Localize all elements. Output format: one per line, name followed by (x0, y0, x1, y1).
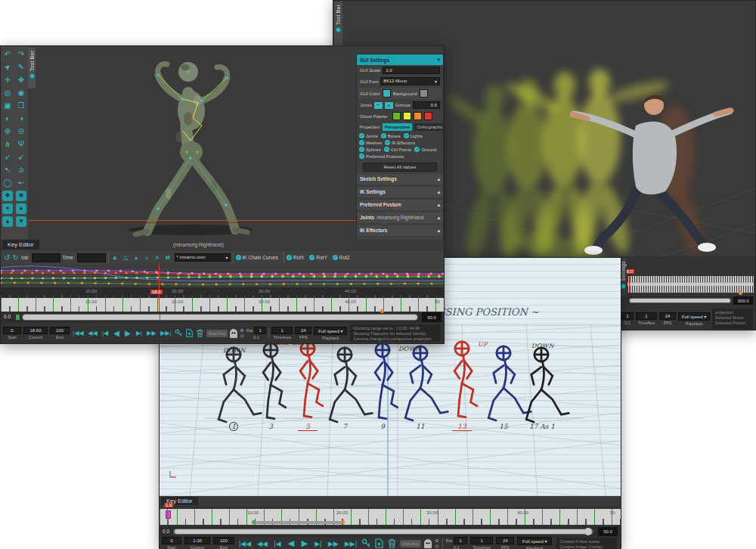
rate-stepper[interactable]: 1 0.1 (621, 312, 634, 325)
fast-forward-button[interactable]: ▶▶ (327, 540, 340, 547)
scrollbar-handle[interactable] (630, 299, 730, 302)
scrollbar-handle[interactable] (175, 529, 586, 534)
toggle-ctrl-points[interactable]: ✓Ctrl Points (384, 147, 412, 152)
fps-field[interactable]: 24FPS (496, 537, 514, 549)
toggle-rotz[interactable]: ✓RotZ (333, 255, 350, 260)
auto-key-button[interactable]: Auto Key (206, 330, 228, 337)
toggle-ik-effectors[interactable]: ✓IK Effectors (385, 140, 415, 145)
pin-target-icon[interactable]: ➸ (15, 177, 27, 189)
toggle-lights[interactable]: ✓Lights (404, 133, 423, 138)
timeline-ruler[interactable] (627, 276, 754, 293)
interpolation-spline-icon[interactable]: ∧ (153, 254, 162, 261)
orbit-icon[interactable]: ◉ (15, 87, 27, 99)
timelines-field[interactable]: 1Timelines (470, 537, 493, 549)
scrollbar-handle[interactable] (23, 315, 417, 320)
range-end-marker[interactable] (739, 291, 742, 295)
section-joints[interactable]: Jointsmixamorig:RightHand▴ (357, 212, 443, 223)
brush-icon[interactable]: ✎ (15, 61, 27, 73)
range-end-marker[interactable] (380, 309, 384, 313)
skip-to-start-button[interactable]: |◀◀ (237, 540, 253, 547)
ghost-color-swatch[interactable] (414, 112, 422, 120)
fast-forward-button[interactable]: ▶▶ (146, 330, 157, 337)
projection-orthographic-button[interactable]: Orthographic (414, 123, 444, 131)
rotate-icon[interactable]: ◎ (2, 87, 14, 99)
key-editor-tab[interactable]: Key Editor (2, 240, 39, 250)
hex-down-icon[interactable]: ▼ (16, 216, 26, 227)
previous-key-button[interactable]: |◀ (101, 330, 110, 337)
remove-circle-icon[interactable]: ⊖ (15, 126, 27, 138)
range-start-chip[interactable] (16, 315, 20, 320)
current-frame-field[interactable]: 1.00Current (184, 537, 210, 549)
playhead-line[interactable] (159, 264, 160, 312)
export-icon[interactable] (374, 538, 384, 548)
rate-stepper[interactable]: Rat1 0.1 (246, 327, 267, 340)
range-end-marker[interactable] (341, 520, 345, 524)
play-backward-button[interactable]: ◀ (112, 329, 121, 337)
rewind-button[interactable]: ◀◀ (256, 540, 269, 547)
end-frame-field[interactable]: 100End (213, 537, 234, 549)
export-icon[interactable] (185, 329, 194, 337)
skip-to-start-button[interactable]: |◀◀ (72, 330, 85, 337)
reset-all-values-button[interactable]: Reset All Values (363, 163, 437, 172)
redo-icon[interactable]: ↷ (15, 48, 27, 60)
play-forward-button[interactable]: ▶ (299, 538, 310, 548)
interpolation-step-icon[interactable]: ▵ (143, 254, 151, 261)
section-ik-effectors[interactable]: IK Effectors▴ (357, 225, 443, 236)
frame-icon[interactable]: ▣ (2, 100, 14, 112)
playback-speed-select[interactable]: Full speed ▾Playback (517, 537, 552, 549)
gui-settings-header[interactable]: GUI Settings ▾ (357, 54, 443, 65)
ghost-button[interactable] (424, 539, 432, 548)
timeline-scrollbar[interactable]: 0.0 50.0 (1, 312, 444, 323)
ghost-color-swatch[interactable] (392, 112, 401, 120)
section-ik-settings[interactable]: IK Settings▴ (357, 187, 443, 197)
key-icon[interactable] (361, 538, 371, 548)
toggle-meshes[interactable]: ✓Meshes (359, 140, 382, 145)
joints-plus-button[interactable]: + (385, 102, 393, 109)
toolbar-tab[interactable]: Tool Bar (28, 48, 36, 88)
previous-key-button[interactable]: |◀ (272, 540, 283, 547)
ghost-button[interactable] (230, 329, 237, 338)
character-icon[interactable]: ✰ (15, 164, 27, 176)
section-preferred-posture[interactable]: Preferred Posture▴ (357, 200, 443, 210)
rotate-x-icon[interactable]: ◐ (2, 113, 14, 125)
current-frame-field[interactable]: 18.60Current (23, 327, 48, 340)
joint-chain-icon[interactable]: ⋔ (2, 138, 14, 150)
timelines-field[interactable]: 1Timelines (271, 327, 293, 340)
rate-stepper[interactable]: Rat1 0.1 (446, 537, 468, 549)
gui-color-swatch[interactable] (383, 89, 391, 98)
undo-icon[interactable]: ↺ (4, 253, 10, 262)
move-icon[interactable]: ✛ (2, 74, 14, 86)
toggle-bones[interactable]: ✓Bones (381, 133, 401, 138)
add-circle-icon[interactable]: ⊕ (2, 126, 14, 138)
redo-icon[interactable]: ↻ (12, 253, 18, 262)
next-key-button[interactable]: ▶| (313, 540, 324, 547)
hex-delete-icon[interactable]: ✖ (16, 191, 26, 201)
skip-to-end-button[interactable]: ▶▶| (343, 540, 358, 547)
start-frame-field[interactable]: 0Start (3, 327, 21, 340)
section-sketch-settings[interactable]: Sketch Settings▴ (357, 174, 443, 185)
playback-speed-select[interactable]: Full speed ▾Playback (314, 327, 347, 340)
rig-select[interactable]: * mixamo.com▾ (175, 253, 231, 262)
universal-move-icon[interactable]: ✥ (15, 74, 27, 86)
ghost-color-swatch[interactable] (403, 112, 411, 120)
select-icon[interactable]: ➤ (0, 59, 16, 76)
timeline-scrollbar[interactable]: 300.0 (627, 296, 754, 306)
background-color-swatch[interactable] (420, 89, 428, 98)
timeline-ruler[interactable]: 10.00 20.00 30.00 40.00 50 (160, 509, 621, 525)
play-forward-button[interactable]: ▶ (123, 329, 132, 337)
end-frame-field[interactable]: 100End (50, 327, 70, 340)
hex-solid-icon[interactable]: ● (16, 203, 26, 214)
timeres-field[interactable]: 1 TimeRes (636, 312, 657, 325)
gui-font-select[interactable]: B612-Mono▾ (380, 77, 440, 85)
ring-icon[interactable]: ◯ (2, 177, 14, 189)
interpolation-auto-icon[interactable]: ▲ (111, 254, 119, 261)
trash-icon[interactable] (387, 538, 397, 548)
interpolation-mixed-icon[interactable]: M (164, 255, 172, 260)
interpolation-flat-icon[interactable]: ▴ (132, 254, 141, 261)
rewind-button[interactable]: ◀◀ (87, 330, 98, 337)
scrollbar-handle-knob[interactable] (584, 528, 592, 535)
toggle-preferred-postures[interactable]: ✓Preferred Postures (359, 154, 404, 159)
toggle-joints[interactable]: ✓Joints (359, 133, 378, 138)
joints-minus-button[interactable]: − (374, 102, 383, 109)
range-start-marker[interactable] (252, 520, 256, 524)
